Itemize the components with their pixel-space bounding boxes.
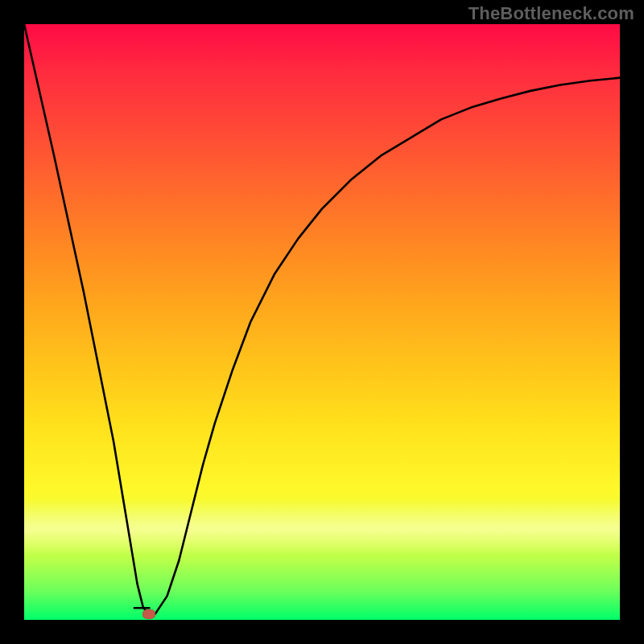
chart-frame: TheBottleneck.com bbox=[0, 0, 644, 644]
optimum-marker bbox=[142, 609, 155, 619]
bottleneck-curve bbox=[24, 24, 620, 614]
curve-layer bbox=[24, 24, 620, 620]
watermark-text: TheBottleneck.com bbox=[469, 3, 634, 24]
plot-area bbox=[24, 24, 620, 620]
